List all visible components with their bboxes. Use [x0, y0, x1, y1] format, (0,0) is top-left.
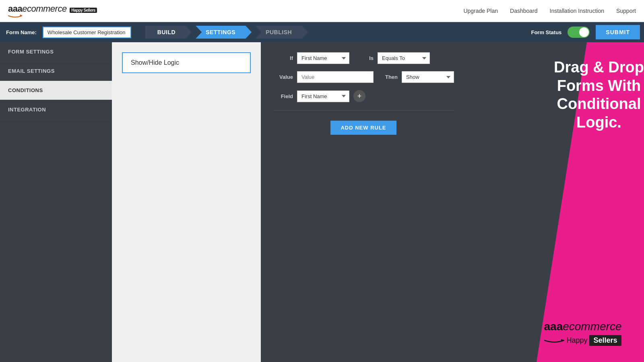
top-nav: aaaecommerce Happy Sellers Upgrade Plan … — [0, 0, 644, 22]
promo-aaa: aaa — [544, 320, 563, 333]
promo-happy-line: Happy Sellers — [544, 335, 622, 346]
then-action-select[interactable]: Show Hide — [402, 71, 454, 83]
nav-dashboard[interactable]: Dashboard — [510, 8, 538, 14]
field-row: Field First Name Last Name Email + — [273, 90, 454, 102]
form-status-area: Form Status SUBMIT — [531, 25, 644, 39]
field-label: Field — [273, 93, 293, 99]
form-name-label: Form Name: — [6, 29, 37, 35]
if-field-select[interactable]: First Name Last Name Email — [297, 52, 349, 64]
field-select[interactable]: First Name Last Name Email — [297, 90, 349, 102]
logo-aaa: aaa — [8, 4, 22, 14]
value-label: Value — [273, 74, 293, 80]
add-new-rule-button[interactable]: ADD NEW RULE — [330, 121, 396, 135]
tab-settings[interactable]: SETTINGS — [190, 26, 252, 39]
sidebar-item-conditions[interactable]: CONDITIONS — [0, 81, 112, 100]
center-left: Show/Hide Logic — [112, 42, 261, 362]
submit-button[interactable]: SUBMIT — [596, 25, 640, 39]
promo-happy-text: Happy — [566, 336, 587, 345]
logo-subtitle — [8, 14, 97, 18]
promo-logo: aaaecommerce Happy Sellers — [504, 320, 630, 362]
promo-sellers-badge: Sellers — [589, 335, 621, 346]
if-row: If First Name Last Name Email Is Equals … — [273, 52, 454, 64]
rules-panel: If First Name Last Name Email Is Equals … — [261, 42, 466, 362]
is-condition-select[interactable]: Equals To Not Equals To Contains — [378, 52, 430, 64]
add-field-button[interactable]: + — [353, 90, 365, 102]
svg-marker-0 — [20, 14, 22, 17]
form-status-toggle[interactable] — [568, 27, 590, 38]
rule-divider — [273, 110, 454, 111]
form-name-bar: Form Name: BUILD SETTINGS PUBLISH Form S… — [0, 22, 644, 42]
logo-text: aaaecommerce Happy Sellers — [8, 4, 97, 14]
logic-card-title: Show/Hide Logic — [131, 59, 179, 66]
then-label: Then — [378, 74, 398, 80]
sidebar-item-integration[interactable]: INTEGRATION — [0, 100, 112, 119]
toggle-knob — [579, 27, 589, 37]
promo-panel: Drag & Drop Forms With Conditional Logic… — [466, 42, 644, 362]
form-name-input[interactable] — [43, 27, 131, 38]
tab-bar: BUILD SETTINGS PUBLISH — [145, 26, 308, 39]
value-input[interactable] — [297, 71, 374, 83]
tab-publish[interactable]: PUBLISH — [250, 26, 308, 39]
nav-support[interactable]: Support — [616, 8, 636, 14]
if-label: If — [273, 55, 293, 61]
sidebar-item-email-settings[interactable]: EMAIL SETTINGS — [0, 62, 112, 81]
is-label: Is — [353, 55, 374, 61]
main-layout: FORM SETTINGS EMAIL SETTINGS CONDITIONS … — [0, 42, 644, 362]
tab-build[interactable]: BUILD — [145, 26, 192, 39]
value-row: Value Then Show Hide — [273, 71, 454, 83]
promo-ecommerce: ecommerce — [563, 320, 621, 333]
sidebar: FORM SETTINGS EMAIL SETTINGS CONDITIONS … — [0, 42, 112, 362]
nav-upgrade-plan[interactable]: Upgrade Plan — [463, 8, 498, 14]
logo-area: aaaecommerce Happy Sellers — [8, 4, 97, 18]
logo-badge: Happy Sellers — [70, 8, 97, 13]
amazon-arrow-icon — [8, 14, 22, 18]
form-status-label: Form Status — [531, 29, 561, 35]
logo-ecommerce: ecommerce — [22, 4, 66, 14]
logic-card[interactable]: Show/Hide Logic — [122, 52, 251, 73]
promo-headline: Drag & Drop Forms With Conditional Logic… — [466, 42, 644, 132]
nav-links: Upgrade Plan Dashboard Installation Inst… — [463, 8, 636, 14]
promo-arrow-icon — [544, 337, 564, 343]
promo-logo-text: aaaecommerce — [544, 320, 622, 333]
sidebar-item-form-settings[interactable]: FORM SETTINGS — [0, 42, 112, 62]
nav-installation[interactable]: Installation Instruction — [550, 8, 604, 14]
